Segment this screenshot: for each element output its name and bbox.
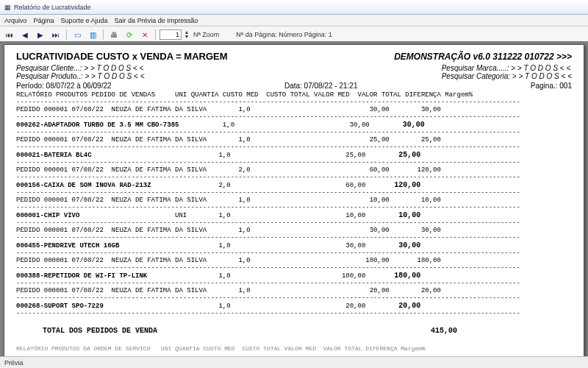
- refresh-button[interactable]: ⟳: [123, 28, 136, 41]
- status-text: Prévia: [4, 359, 24, 367]
- separator: [103, 29, 104, 40]
- prev-page-button[interactable]: ◀: [18, 28, 32, 41]
- app-icon: ▦: [4, 4, 11, 11]
- divider: ----------------------------------------…: [16, 310, 572, 317]
- product-summary-line: 000388-REPETIDOR DE WI-FI TP-LINK 1,0 18…: [16, 272, 572, 280]
- divider: ----------------------------------------…: [16, 159, 572, 166]
- order-line: PEDIDO 000001 07/08/22 NEUZA DE FATIMA D…: [16, 106, 572, 113]
- report-page: LUCRATIVIDADE CUSTO x VENDA = MARGEM DEM…: [4, 44, 584, 357]
- divider: ----------------------------------------…: [16, 250, 572, 257]
- order-line: PEDIDO 000001 07/08/22 NEUZA DE FATIMA D…: [16, 257, 572, 264]
- column-headers: RELATÓRIO PRODUTOS PEDIDO DE VENDAS UNI …: [16, 91, 572, 99]
- divider: ----------------------------------------…: [16, 174, 572, 181]
- window-titlebar: ▦ Relatório de Lucratividade: [0, 0, 588, 15]
- filter-marca: Pesquisar Marca.....: > > T O D O S < <: [442, 64, 572, 72]
- zoom-input[interactable]: [159, 29, 182, 40]
- close-preview-button[interactable]: ✕: [138, 28, 151, 41]
- filter-produto: Pesquisar Produto..: > > T O D O S < <: [16, 72, 145, 80]
- separator: [66, 29, 67, 40]
- window-title: Relatório de Lucratividade: [14, 4, 91, 11]
- divider: ----------------------------------------…: [16, 264, 572, 272]
- first-page-button[interactable]: ⏮: [3, 28, 16, 41]
- order-line: PEDIDO 000001 07/08/22 NEUZA DE FATIMA D…: [16, 136, 572, 144]
- order-line: PEDIDO 000001 07/08/22 NEUZA DE FATIMA D…: [16, 227, 572, 234]
- divider: ----------------------------------------…: [16, 189, 572, 197]
- report-title: LUCRATIVIDADE CUSTO x VENDA = MARGEM: [16, 51, 228, 62]
- report-version: DEMONSTRAÇÃO v6.0 311222 010722 >>>: [394, 52, 572, 62]
- separator: [155, 29, 156, 40]
- menu-page[interactable]: Página: [34, 17, 54, 24]
- view-multi-button[interactable]: ▥: [86, 28, 99, 41]
- order-line: PEDIDO 000001 07/08/22 NEUZA DE FATIMA D…: [16, 197, 572, 204]
- menu-bar: Arquivo Página Suporte e Ajuda Sair da P…: [0, 15, 588, 26]
- order-line: PEDIDO 000001 07/08/22 NEUZA DE FATIMA D…: [16, 166, 572, 174]
- menu-exit[interactable]: Sair da Prévia de Impressão: [115, 17, 198, 24]
- product-summary-line: 000001-CHIP VIVO UNI 1,0 10,00 10,00: [16, 211, 572, 219]
- divider: ----------------------------------------…: [16, 294, 572, 302]
- page-number-label: Nª da Página: Número Página: 1: [236, 31, 331, 38]
- divider: ----------------------------------------…: [16, 129, 572, 136]
- grand-total-row: TOTAL DOS PEDIDOS DE VENDA 415,00: [16, 319, 572, 343]
- order-line: PEDIDO 000001 07/08/22 NEUZA DE FATIMA D…: [16, 287, 572, 294]
- divider: ----------------------------------------…: [16, 99, 572, 106]
- product-summary-line: 000021-BATERIA BL4C 1,0 25,00 25,00: [16, 151, 572, 159]
- period-range: Período: 08/07/22 à 06/09/22: [16, 82, 112, 90]
- total-value: 415,00: [157, 327, 457, 335]
- product-summary-line: 000156-CAIXA DE SOM INOVA RAD-213Z 2,0 6…: [16, 181, 572, 189]
- product-summary-line: 000455-PENDRIVE UTECH 16GB 1,0 30,00 30,…: [16, 241, 572, 250]
- total-label: TOTAL DOS PEDIDOS DE VENDA: [43, 327, 157, 335]
- divider: ----------------------------------------…: [16, 113, 572, 121]
- menu-help[interactable]: Suporte e Ajuda: [61, 17, 108, 24]
- product-summary-line: 000262-ADAPTADOR TURBO DE 3.5 MM CBO-738…: [16, 121, 572, 129]
- preview-viewport[interactable]: LUCRATIVIDADE CUSTO x VENDA = MARGEM DEM…: [0, 41, 588, 357]
- divider: ----------------------------------------…: [16, 219, 572, 227]
- view-single-button[interactable]: ▭: [71, 28, 84, 41]
- divider: ----------------------------------------…: [16, 144, 572, 151]
- divider: ----------------------------------------…: [16, 204, 572, 211]
- period-date: Data: 07/08/22 - 21:21: [284, 82, 358, 90]
- zoom-spinner-icon[interactable]: ▴▾: [185, 30, 188, 39]
- filter-categoria: Pesquisar Categoria: > > T O D O S < <: [442, 72, 572, 80]
- report-body: PEDIDO 000001 07/08/22 NEUZA DE FATIMA D…: [16, 106, 572, 310]
- period-page: Pagina.: 001: [531, 82, 572, 90]
- zoom-label: Nª Zoom: [193, 31, 219, 38]
- menu-file[interactable]: Arquivo: [4, 17, 27, 24]
- last-page-button[interactable]: ⏭: [49, 28, 62, 41]
- status-bar: Prévia: [0, 356, 588, 368]
- next-page-button[interactable]: ▶: [34, 28, 47, 41]
- divider: ----------------------------------------…: [16, 234, 572, 241]
- product-summary-line: 000268-SUPORT SPO-7229 1,0 20,00 20,00: [16, 302, 572, 310]
- filter-cliente: Pesquisar Cliente...: > > T O D O S < <: [16, 64, 145, 72]
- print-button[interactable]: 🖶: [107, 28, 121, 41]
- next-section-header: RELATÓRIO PRODUTOS DA ORDEM DE SERVICO U…: [16, 345, 572, 352]
- divider: ----------------------------------------…: [16, 280, 572, 287]
